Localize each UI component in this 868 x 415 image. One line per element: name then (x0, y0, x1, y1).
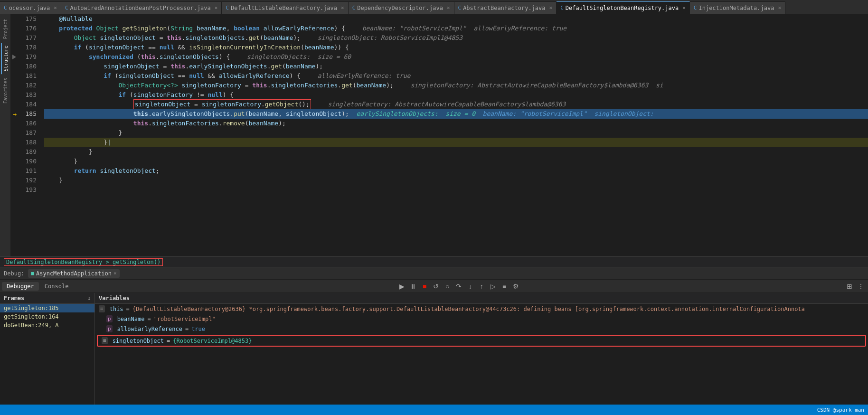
var-allowearly[interactable]: p allowEarlyReference = true (95, 324, 868, 334)
vtab-project[interactable]: Project (1, 16, 9, 42)
status-bar: CSDN @spark man (0, 405, 868, 415)
debug-btn-mute[interactable]: ○ (442, 281, 453, 292)
var-value-beanname: "robotServiceImpl" (154, 316, 216, 322)
frame-item-1[interactable]: getSingleton:164 (0, 312, 94, 321)
debug-session-label: Debug: (4, 270, 24, 277)
var-eq-singleton: = (167, 338, 170, 344)
debug-btn-stepinto[interactable]: ↓ (465, 281, 475, 292)
debug-session-icon: ■ (31, 270, 34, 276)
var-icon-allowearly: p (106, 325, 113, 332)
debug-btn-stop[interactable]: ■ (419, 281, 430, 292)
tab-close-defaultsingleton[interactable]: × (682, 5, 686, 11)
var-this[interactable]: ▶ ≡ this = {DefaultListableBeanFactory@2… (95, 304, 868, 314)
var-eq-allowearly: = (185, 326, 189, 332)
ln-190: 190 (19, 157, 40, 166)
debug-header: Debug: ■ AsyncMethodApplication × (0, 267, 868, 280)
frames-header-label: Frames (4, 295, 24, 302)
code-line-188: }| (44, 138, 868, 147)
debug-btn-settings[interactable]: ⚙ (510, 281, 521, 292)
ln-192: 192 (19, 176, 40, 185)
ln-175: 175 (19, 14, 40, 24)
tab-autowired[interactable]: C AutowiredAnnotationBeanPostProcessor.j… (61, 1, 222, 14)
gutter-184 (10, 100, 19, 109)
gutter-187 (10, 128, 19, 138)
code-line-190: } (44, 157, 868, 166)
frame-item-0[interactable]: getSingleton:185 (0, 304, 94, 312)
breadcrumb-arrow: > (106, 259, 113, 265)
var-eq-beanname: = (147, 316, 151, 322)
tab-defaultsingleton[interactable]: C DefaultSingletonBeanRegistry.java × (557, 1, 690, 14)
tab-close-ocessor[interactable]: × (54, 5, 57, 11)
tab-label-injection: InjectionMetadata.java (698, 5, 774, 11)
vtab-structure[interactable]: Structure (1, 43, 10, 74)
editor-area: Project Structure Favorites → (0, 14, 868, 256)
vtab-favorites[interactable]: Favorites (1, 75, 9, 106)
code-editor[interactable]: @Nullable protected Object getSingleton(… (40, 14, 868, 256)
tab-ocessor[interactable]: C ocessor.java × (0, 1, 61, 14)
var-icon-singleton: ≡ (102, 337, 108, 344)
frames-header: Frames ↕ (0, 293, 94, 304)
gutter-181 (10, 71, 19, 81)
line-numbers: 175 176 177 178 179 180 181 182 183 184 … (19, 14, 40, 256)
debug-session-close[interactable]: × (113, 270, 117, 276)
tab-close-dependency[interactable]: × (447, 5, 450, 11)
annotation-nullable: @Nullable (59, 15, 92, 22)
ln-184: 184 (19, 100, 40, 109)
debug-session-tag[interactable]: ■ AsyncMethodApplication × (28, 269, 119, 278)
tab-dependency[interactable]: C DependencyDescriptor.java × (349, 1, 454, 14)
var-beanname[interactable]: p beanName = "robotServiceImpl" (95, 314, 868, 324)
gutter-186 (10, 119, 19, 128)
gutter-185: → (10, 109, 19, 119)
ln-179: 179 (19, 52, 40, 62)
editor-with-gutter: → 175 176 177 178 179 180 181 182 183 18… (10, 14, 868, 256)
debug-btn-restore[interactable]: ⊞ (844, 281, 855, 292)
ln-181: 181 (19, 71, 40, 81)
ln-188: 188 (19, 138, 40, 147)
ln-178: 178 (19, 43, 40, 52)
tab-abstractbean[interactable]: C AbstractBeanFactory.java × (454, 1, 557, 14)
tab-close-defaultlistable[interactable]: × (341, 5, 344, 11)
frames-sort-icon[interactable]: ↕ (87, 295, 91, 302)
code-line-181: if (singletonObject == null && allowEarl… (44, 71, 868, 81)
tab-console[interactable]: Console (40, 282, 74, 291)
ln-185: 185 (19, 109, 40, 119)
code-line-191: return singletonObject; (44, 166, 868, 176)
gutter-178 (10, 43, 19, 52)
tab-label-defaultlistable: DefaultListableBeanFactory.java (231, 5, 337, 11)
debug-session-name: AsyncMethodApplication (36, 270, 112, 277)
gutter-183 (10, 90, 19, 100)
debug-tab-bar: Debugger Console ▶ ⏸ ■ ↺ ○ ↷ ↓ ↑ ▷ ≡ ⚙ ⊞… (0, 280, 868, 293)
tab-debugger[interactable]: Debugger (2, 282, 39, 291)
tab-close-abstractbean[interactable]: × (549, 5, 553, 11)
debug-btn-resume[interactable]: ▶ (396, 281, 407, 292)
gutter-191 (10, 166, 19, 176)
var-icon-this: ≡ (99, 305, 105, 312)
tab-label-ocessor: ocessor.java (9, 5, 50, 11)
tab-close-autowired[interactable]: × (215, 5, 218, 11)
debug-btn-runtoursor[interactable]: ▷ (488, 281, 498, 292)
current-line-arrow: → (13, 110, 17, 118)
code-line-189: } (44, 147, 868, 157)
debug-btn-stepout[interactable]: ↑ (476, 281, 487, 292)
tab-bar: C ocessor.java × C AutowiredAnnotationBe… (0, 0, 868, 14)
frame-item-2[interactable]: doGetBean:249, A (0, 321, 94, 330)
code-line-179: synchronized (this.singletonObjects) { s… (44, 52, 868, 62)
var-singletonobject[interactable]: ≡ singletonObject = {RobotServiceImpl@48… (97, 335, 866, 347)
debug-btn-pause[interactable]: ⏸ (408, 281, 418, 292)
tab-close-injection[interactable]: × (778, 5, 781, 11)
debug-btn-evaluate[interactable]: ≡ (499, 281, 509, 292)
gutter-192 (10, 176, 19, 185)
tab-icon-injection: C (694, 5, 697, 11)
tab-icon-autowired: C (65, 5, 68, 11)
debug-btn-rerun[interactable]: ↺ (431, 281, 441, 292)
code-line-184: singletonObject = singletonFactory.getOb… (44, 100, 868, 109)
debug-btn-stepover[interactable]: ↷ (453, 281, 464, 292)
variables-panel: Variables ▶ ≡ this = {DefaultListableBea… (95, 293, 868, 405)
debug-btn-more[interactable]: ⋮ (856, 281, 866, 292)
tab-defaultlistable[interactable]: C DefaultListableBeanFactory.java × (222, 1, 348, 14)
code-line-180: singletonObject = this.earlySingletonObj… (44, 62, 868, 71)
gutter-189 (10, 147, 19, 157)
tab-injection[interactable]: C InjectionMetadata.java × (690, 1, 785, 14)
code-line-187: } (44, 128, 868, 138)
frames-panel: Frames ↕ getSingleton:185 getSingleton:1… (0, 293, 95, 405)
